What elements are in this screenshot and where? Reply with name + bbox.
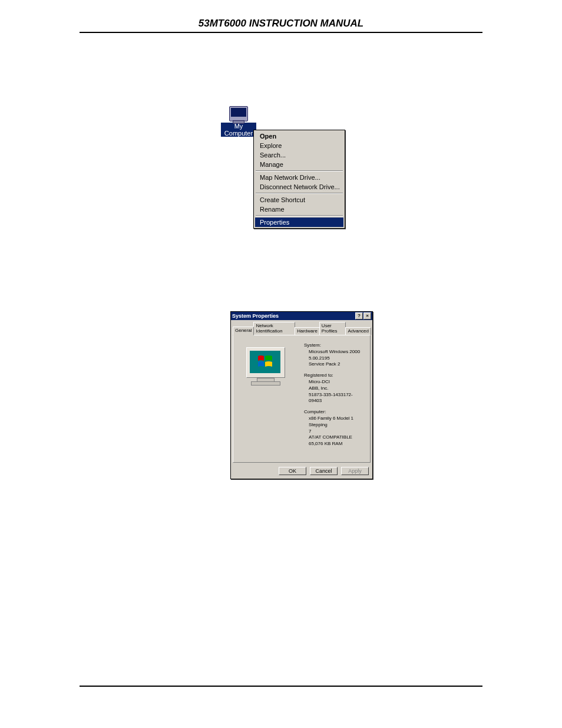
windows-flag-icon (257, 355, 273, 369)
context-menu-figure: My Computer Open Explore Search... Manag… (221, 106, 256, 137)
registered-line: ABB, Inc. (304, 386, 365, 392)
menu-separator (256, 170, 343, 172)
dialog-title: System Properties (232, 313, 279, 319)
computer-header: Computer: (304, 409, 365, 416)
dialog-tabs: General Network Identification Hardware … (231, 320, 372, 335)
page-title: 53MT6000 INSTRUCTION MANUAL (80, 18, 482, 29)
menu-item-map-drive[interactable]: Map Network Drive... (255, 173, 343, 182)
my-computer-icon[interactable]: My Computer (221, 106, 256, 137)
computer-line: x86 Family 6 Model 1 Stepping (304, 416, 365, 429)
menu-item-search[interactable]: Search... (255, 150, 343, 160)
tab-network-identification[interactable]: Network Identification (253, 322, 295, 335)
registered-group: Registered to: Micro-DCI ABB, Inc. 51873… (304, 373, 365, 404)
system-line: 5.00.2195 (304, 355, 365, 362)
close-button[interactable]: × (363, 312, 371, 319)
registered-header: Registered to: (304, 373, 365, 379)
context-menu: Open Explore Search... Manage Map Networ… (253, 130, 345, 229)
computer-line: AT/AT COMPATIBLE (304, 434, 365, 441)
menu-item-create-shortcut[interactable]: Create Shortcut (255, 195, 343, 205)
bottom-rule (80, 686, 482, 687)
tab-advanced[interactable]: Advanced (345, 327, 371, 335)
computer-line: 65,076 KB RAM (304, 441, 365, 447)
registered-line: Micro-DCI (304, 379, 365, 386)
system-line: Service Pack 2 (304, 361, 365, 368)
system-monitor-graphic (242, 347, 289, 388)
tab-user-profiles[interactable]: User Profiles (319, 322, 346, 335)
menu-item-rename[interactable]: Rename (255, 205, 343, 214)
document-page: 53MT6000 INSTRUCTION MANUAL My Computer … (0, 0, 562, 728)
menu-item-disconnect-drive[interactable]: Disconnect Network Drive... (255, 182, 343, 192)
system-line: Microsoft Windows 2000 (304, 349, 365, 355)
menu-item-properties[interactable]: Properties (255, 218, 343, 227)
system-header: System: (304, 342, 365, 349)
apply-button[interactable]: Apply (341, 467, 369, 475)
menu-item-explore[interactable]: Explore (255, 141, 343, 150)
menu-item-open[interactable]: Open (255, 131, 343, 141)
menu-item-manage[interactable]: Manage (255, 160, 343, 169)
computer-group: Computer: x86 Family 6 Model 1 Stepping … (304, 409, 365, 447)
desktop-icon-label: My Computer (221, 123, 256, 137)
tab-panel-general: System: Microsoft Windows 2000 5.00.2195… (233, 335, 371, 463)
help-button[interactable]: ? (355, 312, 363, 319)
menu-separator (256, 193, 343, 194)
dialog-titlebar: System Properties ? × (231, 312, 372, 320)
ok-button[interactable]: OK (279, 467, 306, 475)
system-info: System: Microsoft Windows 2000 5.00.2195… (304, 342, 365, 447)
tab-hardware[interactable]: Hardware (295, 327, 320, 335)
top-rule (80, 32, 482, 33)
system-properties-dialog: System Properties ? × General Network Id… (230, 311, 373, 479)
dialog-button-row: OK Cancel Apply (231, 465, 372, 479)
monitor-icon (229, 106, 248, 121)
computer-line: 7 (304, 429, 365, 435)
system-group: System: Microsoft Windows 2000 5.00.2195… (304, 342, 365, 368)
registered-line: 51873-335-1433172-09403 (304, 392, 365, 405)
cancel-button[interactable]: Cancel (310, 467, 338, 475)
menu-separator (256, 215, 343, 216)
tab-general[interactable]: General (233, 327, 254, 335)
